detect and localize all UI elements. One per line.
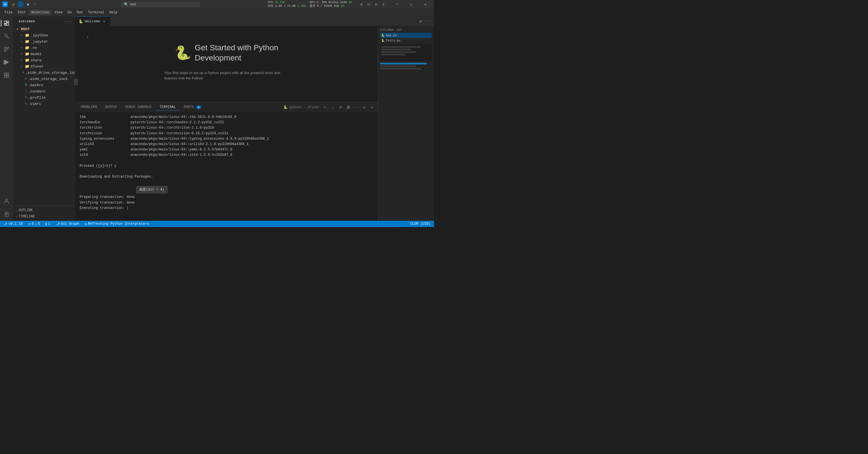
terminal-trash-btn[interactable]: 🗑: [345, 104, 351, 111]
file-icon-profile: ≡: [25, 95, 27, 99]
tree-nv[interactable]: › 📁 .nv: [13, 45, 75, 51]
label-jupyter: .jupyter: [31, 39, 48, 44]
status-branch[interactable]: ⎇ v0.1.18: [2, 222, 24, 226]
svg-point-7: [4, 47, 6, 49]
term-executing: Executing transaction: |: [80, 206, 373, 211]
tree-condarc[interactable]: › ! .condarc: [13, 88, 75, 94]
mini-file-tests[interactable]: 🐍 tests.py: [380, 38, 432, 43]
terminal-split-btn[interactable]: ⊟: [337, 104, 344, 111]
tree-aide-drive[interactable]: › ≡ .aide_drive_storage_lock: [13, 69, 75, 76]
run-debug-icon[interactable]: [1, 57, 12, 68]
menu-file[interactable]: File: [2, 10, 15, 15]
tree-ipython[interactable]: › 📁 .ipython: [13, 32, 75, 38]
status-git-graph[interactable]: ⎇ Git Graph: [55, 222, 81, 226]
file-tree: ▾ ROOT › 📁 .ipython › 📁 .jupyter › 📁 .nv…: [13, 25, 75, 206]
tab-output[interactable]: OUTPUT: [102, 104, 121, 111]
tab-problems[interactable]: PROBLEMS: [78, 104, 101, 111]
split-editor-btn[interactable]: ⊞: [419, 19, 422, 24]
close-btn[interactable]: ✕: [419, 0, 432, 8]
collapse-sidebar-btn[interactable]: ‹: [74, 79, 78, 85]
terminal-collapse-btn[interactable]: ∧: [361, 104, 367, 111]
tab-welcome[interactable]: 🐍 Welcome ✕: [75, 17, 110, 26]
cpu-value: 26.23%: [275, 1, 285, 4]
terminal-chevron-btn[interactable]: ⌄: [330, 104, 336, 111]
search-sidebar-icon[interactable]: [1, 31, 12, 42]
terminal-panel: PROBLEMS OUTPUT DEBUG CONSOLE TERMINAL P…: [75, 102, 377, 221]
tab-ports[interactable]: PORTS 1: [180, 104, 204, 111]
nav-back[interactable]: ←: [42, 1, 49, 7]
status-python[interactable]: ↻ Refreshing Python Interpreters: [84, 222, 150, 226]
status-info[interactable]: ℹ 1: [44, 222, 51, 226]
maximize-btn[interactable]: ☐: [405, 0, 417, 8]
spin-icon: ↻: [85, 222, 87, 226]
layout-icon-3[interactable]: ⊠: [373, 1, 379, 7]
layout-icon-2[interactable]: ⊟: [366, 1, 372, 7]
menu-edit[interactable]: Edit: [16, 10, 28, 15]
tree-profile[interactable]: › ≡ .profile: [13, 94, 75, 101]
back-arrow[interactable]: ‹: [87, 35, 89, 40]
source-control-icon[interactable]: [1, 43, 12, 55]
tab-label-welcome: Welcome: [85, 19, 100, 24]
label-model: model: [31, 52, 41, 56]
term-line-urllib: urllib3anaconda/pkgs/main/linux-64::urll…: [80, 142, 373, 147]
tree-jupyter[interactable]: › 📁 .jupyter: [13, 38, 75, 45]
search-bar[interactable]: 🔍: [121, 2, 200, 7]
more-tabs-btn[interactable]: ···: [424, 19, 432, 24]
git-icon: ⎇: [56, 222, 60, 226]
tree-share[interactable]: › 📁 share: [13, 57, 75, 63]
refresh-icon[interactable]: ↺: [10, 1, 17, 7]
menu-terminal[interactable]: Terminal: [86, 10, 106, 15]
svg-point-9: [7, 47, 9, 49]
svg-point-17: [6, 213, 7, 215]
timeline-item[interactable]: › TIMELINE: [13, 213, 75, 220]
menu-help[interactable]: Help: [107, 10, 120, 15]
label-bashrc: .bashrc: [28, 83, 43, 87]
timeline-label: TIMELINE: [19, 215, 35, 218]
tree-aide-storage[interactable]: › ≡ .aide_storage_lock: [13, 76, 75, 82]
label-vimrc: .vimrc: [28, 102, 41, 106]
extensions-icon[interactable]: [1, 69, 12, 81]
disk-value: 0%: [341, 4, 344, 8]
tab-debug-console[interactable]: DEBUG CONSOLE: [122, 104, 155, 111]
search-input[interactable]: [130, 2, 192, 6]
root-folder[interactable]: ▾ ROOT: [13, 26, 75, 32]
tree-bashrc[interactable]: › $ .bashrc: [13, 82, 75, 88]
tab-close-welcome[interactable]: ✕: [102, 19, 106, 24]
file-icon-aide-drive: ≡: [22, 71, 24, 74]
layout-icon-4[interactable]: ℹ: [380, 1, 386, 7]
cpu-label: CPU: [268, 1, 273, 4]
minimize-btn[interactable]: —: [391, 0, 403, 8]
terminal-close-btn[interactable]: ✕: [369, 104, 375, 111]
terminal-more-btn[interactable]: ···: [353, 104, 360, 111]
tab-terminal[interactable]: TERMINAL: [156, 104, 179, 111]
status-errors[interactable]: ✕ 0 ⚠ 0: [27, 222, 41, 226]
nav-arrows: ← →: [42, 1, 56, 7]
label-nv: .nv: [31, 46, 37, 50]
status-right-text[interactable]: CLON (UID): [409, 222, 432, 226]
terminal-add-btn[interactable]: +: [321, 104, 328, 111]
menu-go[interactable]: Go: [65, 10, 74, 15]
tree-vimrc[interactable]: › ≡ .vimrc: [13, 101, 75, 107]
circle-icon[interactable]: ○: [32, 1, 38, 7]
nav-forward[interactable]: →: [50, 1, 56, 7]
explorer-icon[interactable]: [1, 18, 12, 29]
term-downloading: Downloading and Extracting Packages:: [80, 174, 373, 180]
account-icon[interactable]: [1, 195, 12, 207]
code-icon[interactable]: ◈: [25, 1, 31, 7]
layout-icon-1[interactable]: ⊞: [358, 1, 365, 7]
settings-icon[interactable]: [1, 208, 12, 220]
sidebar-more-btn[interactable]: ···: [66, 19, 71, 24]
tree-xtuner[interactable]: › 📁 XTuner: [13, 63, 75, 69]
terminal-title: 🐍 python - XTuner: [283, 105, 320, 110]
menu-selection[interactable]: Selection: [29, 10, 52, 15]
vscode-icon[interactable]: ⬡: [18, 1, 24, 7]
mini-file-app[interactable]: 🐍 app.py: [380, 33, 432, 38]
outline-item[interactable]: › OUTLINE: [13, 207, 75, 213]
tree-model[interactable]: › 📁 model: [13, 51, 75, 57]
menu-view[interactable]: View: [52, 10, 65, 15]
activity-bar: [0, 17, 13, 221]
folder-icon-share: 📁: [25, 58, 29, 62]
welcome-title: Get Started with Python Development: [195, 43, 278, 63]
file-icon-vimrc: ≡: [25, 102, 27, 106]
menu-run[interactable]: Run: [74, 10, 85, 15]
